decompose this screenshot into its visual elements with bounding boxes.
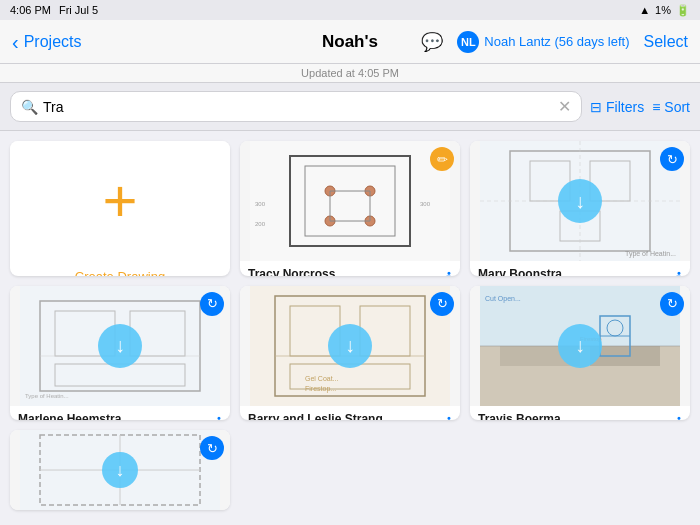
create-drawing-label: Create Drawing bbox=[10, 261, 230, 276]
sync-badge-travis: ↻ bbox=[660, 292, 684, 316]
create-drawing-card[interactable]: + Create Drawing bbox=[10, 141, 230, 276]
search-icon: 🔍 bbox=[21, 99, 38, 115]
subtitle-bar: Updated at 4:05 PM bbox=[0, 64, 700, 83]
search-input-wrap: 🔍 ✕ bbox=[10, 91, 582, 122]
sort-icon: ≡ bbox=[652, 99, 660, 115]
svg-text:Firestop...: Firestop... bbox=[305, 385, 336, 393]
sync-badge-barry: ↻ bbox=[430, 292, 454, 316]
sync-badge-mary: ↻ bbox=[660, 147, 684, 171]
nav-right-actions: 💬 NL Noah Lantz (56 days left) Select bbox=[421, 31, 688, 53]
svg-text:Type of Heatin...: Type of Heatin... bbox=[625, 250, 676, 258]
drawing-name-marlene: Marlene Heemstra bbox=[18, 412, 121, 421]
drawing-card-mary[interactable]: Type of Heatin... ↻ ↓ Mary Boonstra 1 mo… bbox=[470, 141, 690, 276]
sort-button[interactable]: ≡ Sort bbox=[652, 99, 690, 115]
signal-icon: ▲ bbox=[639, 4, 650, 16]
svg-text:300: 300 bbox=[420, 201, 431, 207]
nav-bar: ‹ Projects Noah's 💬 NL Noah Lantz (56 da… bbox=[0, 20, 700, 64]
updated-text: Updated at 4:05 PM bbox=[301, 67, 399, 79]
thumbnail-tracy: 300 200 300 ✏ bbox=[240, 141, 460, 261]
thumbnail-partial: ↻ ↓ bbox=[10, 430, 230, 510]
drawing-name-mary: Mary Boonstra bbox=[478, 267, 562, 276]
drawing-card-marlene[interactable]: Type of Heatin... ↻ ↓ Marlene Heemstra 1… bbox=[10, 286, 230, 421]
plus-icon: + bbox=[102, 171, 137, 231]
search-bar: 🔍 ✕ ⊟ Filters ≡ Sort bbox=[0, 83, 700, 131]
info-travis: Travis Boerma 3 months ago Noah Lantz ℹ bbox=[470, 406, 690, 421]
download-overlay-travis: ↓ bbox=[558, 324, 602, 368]
svg-text:Gel Coat...: Gel Coat... bbox=[305, 375, 339, 382]
sort-label: Sort bbox=[664, 99, 690, 115]
drawing-card-barry[interactable]: Gel Coat... Firestop... ↻ ↓ Barry and Le… bbox=[240, 286, 460, 421]
thumbnail-marlene: Type of Heatin... ↻ ↓ bbox=[10, 286, 230, 406]
filters-button[interactable]: ⊟ Filters bbox=[590, 99, 644, 115]
user-label: Noah Lantz (56 days left) bbox=[484, 34, 629, 49]
info-marlene: Marlene Heemstra 1 month ago Noah Lantz … bbox=[10, 406, 230, 421]
drawing-name-tracy: Tracy Norcross bbox=[248, 267, 335, 276]
svg-text:300: 300 bbox=[255, 201, 266, 207]
download-overlay-partial: ↓ bbox=[102, 452, 138, 488]
status-bar: 4:06 PM Fri Jul 5 ▲ 1% 🔋 bbox=[0, 0, 700, 20]
user-profile-button[interactable]: NL Noah Lantz (56 days left) bbox=[457, 31, 629, 53]
sync-badge-marlene: ↻ bbox=[200, 292, 224, 316]
chevron-left-icon: ‹ bbox=[12, 32, 19, 52]
info-icon-travis[interactable]: ℹ bbox=[676, 414, 682, 421]
drawings-grid: + Create Drawing 300 200 300 bbox=[0, 131, 700, 520]
drawing-name-barry: Barry and Leslie Strang bbox=[248, 412, 383, 421]
info-icon-marlene[interactable]: ℹ bbox=[216, 414, 222, 421]
info-mary: Mary Boonstra 1 month ago Noah Lantz ℹ bbox=[470, 261, 690, 276]
svg-text:Type of Heatin...: Type of Heatin... bbox=[25, 393, 69, 399]
back-button[interactable]: ‹ Projects bbox=[12, 32, 81, 52]
download-overlay-mary: ↓ bbox=[558, 179, 602, 223]
drawing-card-partial[interactable]: ↻ ↓ bbox=[10, 430, 230, 510]
chat-icon[interactable]: 💬 bbox=[421, 31, 443, 53]
filter-icon: ⊟ bbox=[590, 99, 602, 115]
create-drawing-thumbnail: + bbox=[10, 141, 230, 261]
filters-label: Filters bbox=[606, 99, 644, 115]
back-label: Projects bbox=[24, 33, 82, 51]
info-icon-barry[interactable]: ℹ bbox=[446, 414, 452, 421]
battery-level: 1% bbox=[655, 4, 671, 16]
nav-title: Noah's bbox=[322, 32, 378, 52]
avatar: NL bbox=[457, 31, 479, 53]
info-tracy: Tracy Norcross 9 hours ago Noah Lantz ℹ bbox=[240, 261, 460, 276]
status-time: 4:06 PM bbox=[10, 4, 51, 16]
battery-icon: 🔋 bbox=[676, 4, 690, 17]
clear-search-icon[interactable]: ✕ bbox=[558, 97, 571, 116]
svg-text:Cut Open...: Cut Open... bbox=[485, 295, 521, 303]
sync-badge-partial: ↻ bbox=[200, 436, 224, 460]
info-barry: Barry and Leslie Strang 3 months ago Noa… bbox=[240, 406, 460, 421]
status-date: Fri Jul 5 bbox=[59, 4, 98, 16]
download-overlay-barry: ↓ bbox=[328, 324, 372, 368]
info-icon-tracy[interactable]: ℹ bbox=[446, 269, 452, 276]
drawing-name-travis: Travis Boerma bbox=[478, 412, 561, 421]
drawing-card-travis[interactable]: Cut Open... Firestop ↻ ↓ Travis Boerma 3… bbox=[470, 286, 690, 421]
thumbnail-travis: Cut Open... Firestop ↻ ↓ bbox=[470, 286, 690, 406]
drawing-card-tracy[interactable]: 300 200 300 ✏ Tracy Norcross 9 hours ago… bbox=[240, 141, 460, 276]
thumbnail-mary: Type of Heatin... ↻ ↓ bbox=[470, 141, 690, 261]
download-overlay-marlene: ↓ bbox=[98, 324, 142, 368]
select-button[interactable]: Select bbox=[644, 33, 688, 51]
thumbnail-barry: Gel Coat... Firestop... ↻ ↓ bbox=[240, 286, 460, 406]
svg-text:200: 200 bbox=[255, 221, 266, 227]
search-input[interactable] bbox=[43, 99, 553, 115]
edit-badge-tracy: ✏ bbox=[430, 147, 454, 171]
info-icon-mary[interactable]: ℹ bbox=[676, 269, 682, 276]
